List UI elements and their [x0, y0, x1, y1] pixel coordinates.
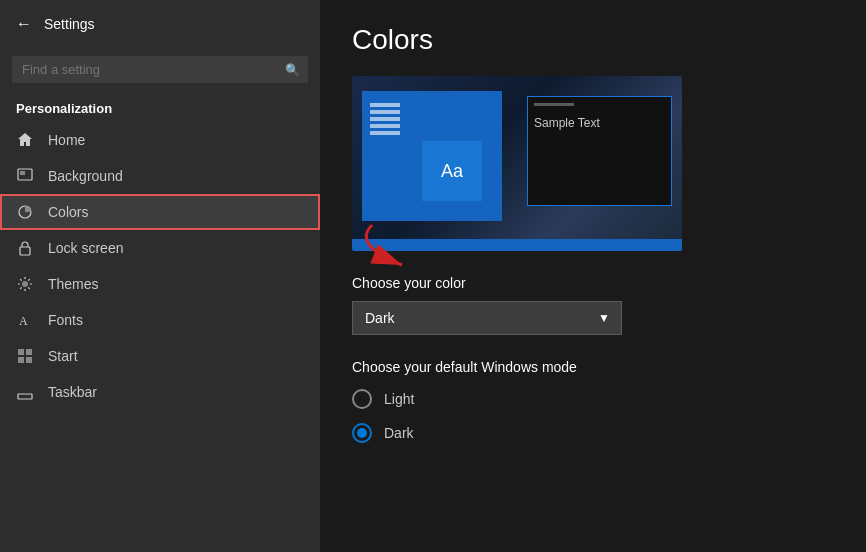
back-button[interactable]: ← — [16, 15, 32, 33]
themes-icon — [16, 276, 34, 292]
preview-aa-text: Aa — [441, 161, 463, 182]
svg-rect-3 — [20, 247, 30, 255]
lock-icon — [16, 240, 34, 256]
sidebar-item-start[interactable]: Start — [0, 338, 320, 374]
page-title: Colors — [352, 24, 834, 56]
windows-mode-label: Choose your default Windows mode — [352, 359, 834, 375]
sidebar-item-lock-screen-label: Lock screen — [48, 240, 123, 256]
sidebar: ← Settings 🔍 Personalization Home Backgr… — [0, 0, 320, 552]
preview-aa-box: Aa — [422, 141, 482, 201]
preview-window-left: Aa — [362, 91, 502, 221]
search-icon: 🔍 — [285, 63, 300, 77]
preview-line-2 — [370, 110, 400, 114]
svg-rect-8 — [18, 357, 24, 363]
windows-mode-radio-group: Light Dark — [352, 389, 834, 443]
colors-icon — [16, 204, 34, 220]
preview-window-right: Sample Text — [527, 96, 672, 206]
start-icon — [16, 348, 34, 364]
sidebar-item-colors[interactable]: Colors — [0, 194, 320, 230]
sidebar-header: ← Settings — [0, 0, 320, 48]
radio-label-dark: Dark — [384, 425, 414, 441]
sidebar-item-themes-label: Themes — [48, 276, 99, 292]
svg-rect-7 — [26, 349, 32, 355]
main-content: Colors Aa Sample Text — [320, 0, 866, 552]
sidebar-item-themes[interactable]: Themes — [0, 266, 320, 302]
preview-area: Aa Sample Text — [352, 76, 682, 251]
preview-line-1 — [370, 103, 400, 107]
radio-label-light: Light — [384, 391, 414, 407]
personalization-label: Personalization — [0, 91, 320, 122]
preview-sample-text: Sample Text — [534, 116, 665, 130]
radio-circle-dark[interactable] — [352, 423, 372, 443]
sidebar-title: Settings — [44, 16, 95, 32]
radio-circle-light[interactable] — [352, 389, 372, 409]
svg-rect-1 — [20, 171, 25, 175]
choose-color-label: Choose your color — [352, 275, 834, 291]
radio-item-dark[interactable]: Dark — [352, 423, 834, 443]
svg-text:A: A — [19, 314, 28, 328]
taskbar-icon — [16, 384, 34, 400]
sidebar-item-background-label: Background — [48, 168, 123, 184]
radio-item-light[interactable]: Light — [352, 389, 834, 409]
preview-taskbar — [352, 239, 682, 251]
fonts-icon: A — [16, 312, 34, 328]
search-input[interactable] — [12, 56, 308, 83]
preview-title-bar — [534, 103, 574, 106]
home-icon — [16, 132, 34, 148]
sidebar-item-start-label: Start — [48, 348, 78, 364]
svg-rect-9 — [26, 357, 32, 363]
color-dropdown[interactable]: Light Dark Custom — [352, 301, 622, 335]
sidebar-item-fonts-label: Fonts — [48, 312, 83, 328]
color-dropdown-wrap[interactable]: Light Dark Custom ▼ — [352, 301, 622, 335]
sidebar-item-colors-label: Colors — [48, 204, 88, 220]
sidebar-item-background[interactable]: Background — [0, 158, 320, 194]
sidebar-item-fonts[interactable]: A Fonts — [0, 302, 320, 338]
svg-point-4 — [22, 281, 28, 287]
sidebar-item-lock-screen[interactable]: Lock screen — [0, 230, 320, 266]
search-box[interactable]: 🔍 — [12, 56, 308, 83]
sidebar-item-taskbar-label: Taskbar — [48, 384, 97, 400]
sidebar-item-taskbar[interactable]: Taskbar — [0, 374, 320, 410]
svg-rect-10 — [18, 394, 32, 399]
svg-rect-6 — [18, 349, 24, 355]
preview-lines — [370, 103, 498, 135]
sidebar-item-home[interactable]: Home — [0, 122, 320, 158]
preview-line-5 — [370, 131, 400, 135]
preview-line-3 — [370, 117, 400, 121]
preview-line-4 — [370, 124, 400, 128]
background-icon — [16, 168, 34, 184]
sidebar-item-home-label: Home — [48, 132, 85, 148]
